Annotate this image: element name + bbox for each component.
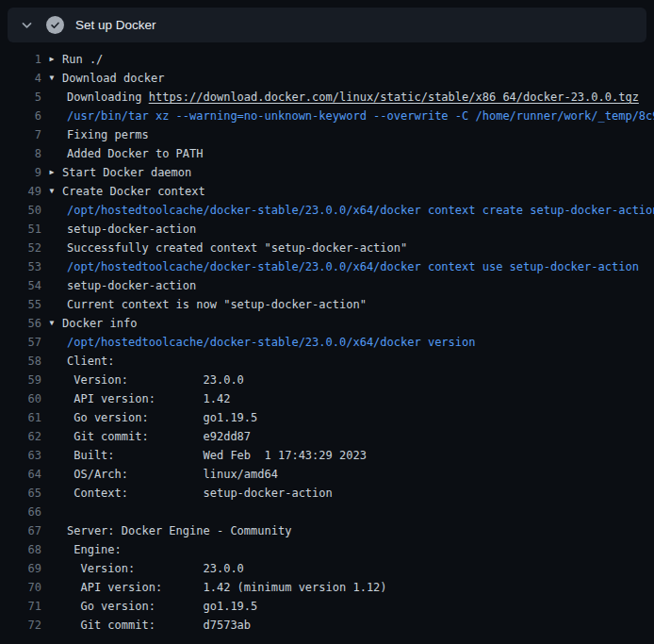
log-line: 72 Git commit: d7573ab — [0, 616, 654, 635]
line-number[interactable]: 71 — [0, 597, 41, 616]
log-line: 56▼Docker info — [0, 314, 654, 333]
toggle-spacer — [41, 503, 62, 521]
step-header-setup-docker[interactable]: Set up Docker — [8, 8, 646, 42]
line-number[interactable]: 50 — [0, 201, 41, 220]
line-number[interactable]: 66 — [0, 503, 41, 521]
group-collapse-icon[interactable]: ▼ — [41, 314, 62, 333]
log-text: Successfully created context "setup-dock… — [62, 239, 654, 257]
line-number[interactable]: 4 — [0, 69, 41, 88]
line-number[interactable]: 1 — [0, 50, 41, 69]
log-text: setup-docker-action — [62, 276, 654, 295]
log-line: 8Added Docker to PATH — [0, 144, 654, 163]
group-title[interactable]: Create Docker context — [62, 182, 654, 201]
group-expand-icon[interactable]: ▶ — [41, 50, 62, 69]
line-number[interactable]: 6 — [0, 107, 41, 125]
group-collapse-icon[interactable]: ▼ — [41, 69, 62, 88]
toggle-spacer — [41, 408, 62, 427]
toggle-spacer — [41, 333, 62, 352]
group-collapse-icon[interactable]: ▼ — [41, 182, 62, 201]
log-line: 69 Version: 23.0.0 — [0, 559, 654, 578]
log-text: Downloading https://download.docker.com/… — [62, 88, 654, 107]
log-line: 54setup-docker-action — [0, 276, 654, 295]
log-line: 58Client: — [0, 352, 654, 371]
toggle-spacer — [41, 616, 62, 635]
log-command-text: /opt/hostedtoolcache/docker-stable/23.0.… — [62, 201, 654, 220]
log-line: 52Successfully created context "setup-do… — [0, 239, 654, 257]
log-text: Built: Wed Feb 1 17:43:29 2023 — [62, 446, 654, 465]
line-number[interactable]: 56 — [0, 314, 41, 333]
line-number[interactable]: 70 — [0, 578, 41, 597]
log-text: Go version: go1.19.5 — [62, 408, 654, 427]
line-number[interactable]: 65 — [0, 484, 41, 503]
line-number[interactable]: 64 — [0, 465, 41, 484]
log-line: 49▼Create Docker context — [0, 182, 654, 201]
log-text: Git commit: d7573ab — [62, 616, 654, 635]
toggle-spacer — [41, 559, 62, 578]
log-text-prefix: Downloading — [67, 91, 149, 104]
group-expand-icon[interactable]: ▶ — [41, 163, 62, 182]
line-number[interactable]: 59 — [0, 371, 41, 389]
toggle-spacer — [41, 201, 62, 220]
toggle-spacer — [41, 144, 62, 163]
line-number[interactable]: 7 — [0, 125, 41, 144]
toggle-spacer — [41, 446, 62, 465]
group-title[interactable]: Run ./ — [62, 50, 654, 69]
step-title: Set up Docker — [75, 18, 156, 32]
line-number[interactable]: 62 — [0, 427, 41, 446]
line-number[interactable]: 58 — [0, 352, 41, 371]
toggle-spacer — [41, 578, 62, 597]
toggle-spacer — [41, 239, 62, 257]
log-text: Client: — [62, 352, 654, 371]
line-number[interactable]: 55 — [0, 295, 41, 314]
line-number[interactable]: 53 — [0, 257, 41, 276]
toggle-spacer — [41, 389, 62, 408]
log-line: 1▶Run ./ — [0, 50, 654, 69]
line-number[interactable]: 72 — [0, 616, 41, 635]
chevron-down-icon[interactable] — [19, 18, 34, 33]
log-line: 53/opt/hostedtoolcache/docker-stable/23.… — [0, 257, 654, 276]
log-text: API version: 1.42 — [62, 389, 654, 408]
line-number[interactable]: 68 — [0, 540, 41, 559]
log-text: Server: Docker Engine - Community — [62, 521, 654, 540]
toggle-spacer — [41, 88, 62, 107]
log-line: 59 Version: 23.0.0 — [0, 371, 654, 389]
toggle-spacer — [41, 597, 62, 616]
line-number[interactable]: 52 — [0, 239, 41, 257]
log-text: OS/Arch: linux/amd64 — [62, 465, 654, 484]
log-command-text: /opt/hostedtoolcache/docker-stable/23.0.… — [62, 333, 654, 352]
line-number[interactable]: 51 — [0, 220, 41, 239]
log-text: Fixing perms — [62, 125, 654, 144]
group-title[interactable]: Start Docker daemon — [62, 163, 654, 182]
toggle-spacer — [41, 257, 62, 276]
toggle-spacer — [41, 220, 62, 239]
log-line: 6/usr/bin/tar xz --warning=no-unknown-ke… — [0, 107, 654, 125]
log-text: API version: 1.42 (minimum version 1.12) — [62, 578, 654, 597]
line-number[interactable]: 67 — [0, 521, 41, 540]
log-line: 57/opt/hostedtoolcache/docker-stable/23.… — [0, 333, 654, 352]
log-line: 60 API version: 1.42 — [0, 389, 654, 408]
line-number[interactable]: 61 — [0, 408, 41, 427]
log-line: 50/opt/hostedtoolcache/docker-stable/23.… — [0, 201, 654, 220]
log-line: 68 Engine: — [0, 540, 654, 559]
line-number[interactable]: 8 — [0, 144, 41, 163]
actions-log-viewer: Set up Docker 1▶Run ./4▼Download docker5… — [0, 0, 654, 644]
log-line: 61 Go version: go1.19.5 — [0, 408, 654, 427]
line-number[interactable]: 63 — [0, 446, 41, 465]
log-line: 67Server: Docker Engine - Community — [0, 521, 654, 540]
line-number[interactable]: 5 — [0, 88, 41, 107]
log-line: 71 Go version: go1.19.5 — [0, 597, 654, 616]
group-title[interactable]: Docker info — [62, 314, 654, 333]
check-circle-icon — [46, 16, 64, 34]
line-number[interactable]: 57 — [0, 333, 41, 352]
line-number[interactable]: 69 — [0, 559, 41, 578]
line-number[interactable]: 49 — [0, 182, 41, 201]
log-url-link[interactable]: https://download.docker.com/linux/static… — [149, 91, 639, 104]
line-number[interactable]: 54 — [0, 276, 41, 295]
line-number[interactable]: 9 — [0, 163, 41, 182]
log-text: Current context is now "setup-docker-act… — [62, 295, 654, 314]
group-title[interactable]: Download docker — [62, 69, 654, 88]
log-text: setup-docker-action — [62, 220, 654, 239]
log-line: 64 OS/Arch: linux/amd64 — [0, 465, 654, 484]
log-line: 4▼Download docker — [0, 69, 654, 88]
line-number[interactable]: 60 — [0, 389, 41, 408]
